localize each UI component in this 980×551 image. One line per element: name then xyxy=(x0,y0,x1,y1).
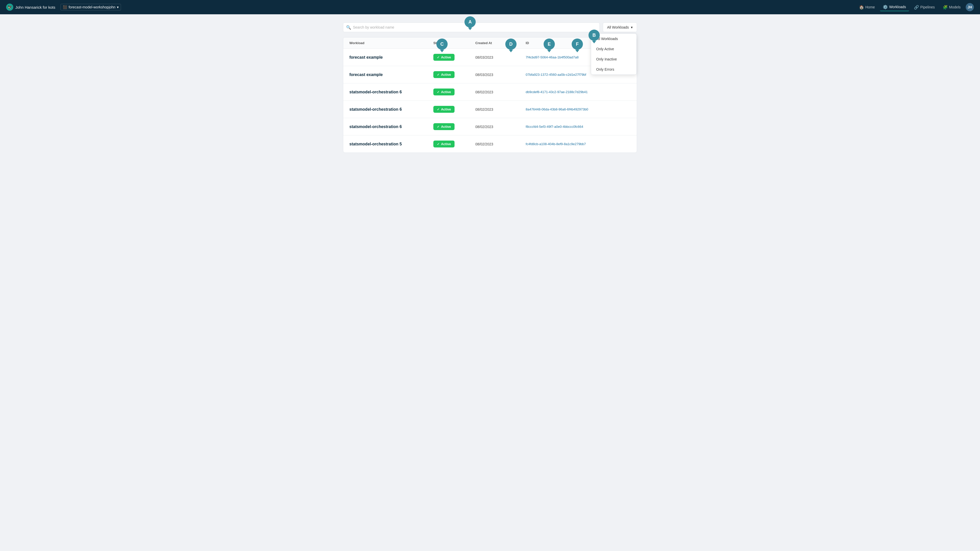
status-badge: ✓ Active xyxy=(433,89,455,95)
nav-pipelines-label: Pipelines xyxy=(920,5,935,9)
nav-workloads-label: Workloads xyxy=(889,5,906,9)
toolbar: 🔍 All Workloads ▾ All Workloads Only Act… xyxy=(343,22,637,32)
created-at: 08/02/2023 xyxy=(475,125,525,129)
check-icon: ✓ xyxy=(437,108,439,111)
workspace-icon: ⬛ xyxy=(63,5,67,9)
check-icon: ✓ xyxy=(437,142,439,146)
models-icon: 🧩 xyxy=(943,5,948,10)
table-row[interactable]: statsmodel-orchestration 6 ✓ Active 08/0… xyxy=(343,83,637,101)
workload-name: statsmodel-orchestration 6 xyxy=(349,107,433,112)
table-row[interactable]: statsmodel-orchestration 6 ✓ Active 08/0… xyxy=(343,101,637,118)
dropdown-item-only-active[interactable]: Only Active xyxy=(591,44,636,54)
pipelines-icon: 🔗 xyxy=(914,5,919,10)
check-icon: ✓ xyxy=(437,56,439,59)
navbar: 🦅 John Hansarick for kots ⬛ forecast-mod… xyxy=(0,0,980,14)
col-created-at: Created At xyxy=(475,41,525,45)
status-label: Active xyxy=(441,90,451,94)
status-label: Active xyxy=(441,142,451,146)
table-row[interactable]: statsmodel-orchestration 6 ✓ Active 08/0… xyxy=(343,118,637,135)
table-row[interactable]: statsmodel-orchestration 5 ✓ Active 08/0… xyxy=(343,135,637,152)
check-icon: ✓ xyxy=(437,90,439,94)
workload-name: forecast example xyxy=(349,73,433,77)
nav-home[interactable]: 🏠 Home xyxy=(856,3,878,11)
status-badge: ✓ Active xyxy=(433,54,455,61)
search-input[interactable] xyxy=(343,22,600,32)
workloads-icon: ⚙️ xyxy=(883,5,888,9)
workload-id: 8a476448-06da-43b8-96a6-6f4b492973b0 xyxy=(526,107,631,111)
status-label: Active xyxy=(441,56,451,59)
dropdown-item-only-errors[interactable]: Only Errors xyxy=(591,64,636,75)
brand-logo: 🦅 xyxy=(6,3,13,11)
workspace-chevron: ▾ xyxy=(117,5,119,9)
home-icon: 🏠 xyxy=(859,5,864,10)
status-label: Active xyxy=(441,107,451,111)
status-cell: ✓ Active xyxy=(433,89,475,95)
status-label: Active xyxy=(441,125,451,129)
workload-id: db9cdef8-4171-43c2-97ae-2188c7d29b41 xyxy=(526,90,631,94)
filter-chevron: ▾ xyxy=(631,25,633,29)
navbar-right: 🏠 Home ⚙️ Workloads 🔗 Pipelines 🧩 Models… xyxy=(856,3,974,11)
filter-button[interactable]: All Workloads ▾ All Workloads Only Activ… xyxy=(603,22,637,32)
brand-label: John Hansarick for kots xyxy=(15,5,56,10)
status-cell: ✓ Active xyxy=(433,54,475,61)
status-badge: ✓ Active xyxy=(433,106,455,113)
nav-workloads[interactable]: ⚙️ Workloads xyxy=(880,3,909,11)
nav-pipelines[interactable]: 🔗 Pipelines xyxy=(911,3,938,11)
status-label: Active xyxy=(441,73,451,76)
col-status: Status xyxy=(433,41,475,45)
workload-id: f8cccfd4-5ef3-49f7-a0e0-4bbccc0fc664 xyxy=(526,125,631,129)
workload-id: fc4fd8cb-a108-404b-8ef9-8a1c9e279bb7 xyxy=(526,142,631,146)
status-cell: ✓ Active xyxy=(433,123,475,130)
created-at: 08/03/2023 xyxy=(475,56,525,59)
user-avatar[interactable]: JH xyxy=(966,3,974,11)
search-wrapper: 🔍 xyxy=(343,22,600,32)
main-content: 🔍 All Workloads ▾ All Workloads Only Act… xyxy=(337,14,643,161)
check-icon: ✓ xyxy=(437,125,439,129)
search-icon: 🔍 xyxy=(346,25,351,30)
status-cell: ✓ Active xyxy=(433,71,475,78)
brand: 🦅 John Hansarick for kots xyxy=(6,3,56,11)
workspace-selector[interactable]: ⬛ forecast-model-workshopjohn ▾ xyxy=(60,4,121,11)
workload-name: statsmodel-orchestration 6 xyxy=(349,124,433,129)
filter-dropdown: All Workloads Only Active Only Inactive … xyxy=(591,33,637,75)
created-at: 08/02/2023 xyxy=(475,90,525,94)
nav-models-label: Models xyxy=(949,5,961,9)
dropdown-item-only-inactive[interactable]: Only Inactive xyxy=(591,54,636,64)
created-at: 08/03/2023 xyxy=(475,73,525,77)
nav-models[interactable]: 🧩 Models xyxy=(940,3,964,11)
workload-name: statsmodel-orchestration 5 xyxy=(349,142,433,146)
workload-name: statsmodel-orchestration 6 xyxy=(349,90,433,94)
nav-home-label: Home xyxy=(865,5,875,9)
status-cell: ✓ Active xyxy=(433,141,475,148)
status-badge: ✓ Active xyxy=(433,141,455,148)
status-badge: ✓ Active xyxy=(433,123,455,130)
check-icon: ✓ xyxy=(437,73,439,76)
workspace-name: forecast-model-workshopjohn xyxy=(68,5,116,9)
navbar-left: 🦅 John Hansarick for kots ⬛ forecast-mod… xyxy=(6,3,121,11)
dropdown-item-all-workloads[interactable]: All Workloads xyxy=(591,34,636,44)
created-at: 08/02/2023 xyxy=(475,142,525,146)
status-badge: ✓ Active xyxy=(433,71,455,78)
workload-name: forecast example xyxy=(349,55,433,60)
filter-label: All Workloads xyxy=(607,25,629,29)
col-workload: Workload xyxy=(349,41,433,45)
created-at: 08/02/2023 xyxy=(475,107,525,111)
status-cell: ✓ Active xyxy=(433,106,475,113)
